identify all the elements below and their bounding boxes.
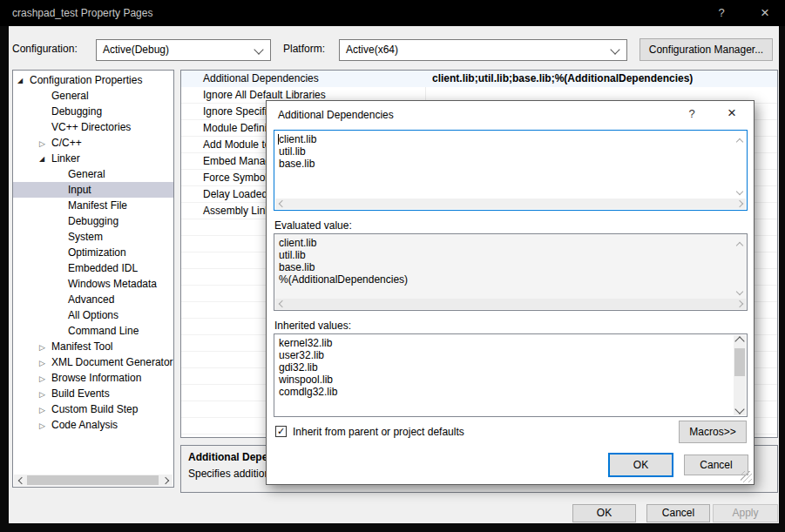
tree-item-label: C/C++ [51,137,82,149]
text-line: util.lib [279,249,408,261]
expand-icon[interactable]: ▷ [39,355,51,371]
resize-grip[interactable] [741,471,752,482]
inherited-values-box[interactable]: kernel32.libuser32.libgdi32.libwinspool.… [274,333,748,417]
tree-item[interactable]: Optimization [13,245,173,260]
window-titlebar: crashpad_test Property Pages ? × [0,0,785,26]
scroll-thumb[interactable] [27,475,159,485]
tree-item[interactable]: ◢Configuration Properties [13,72,173,88]
scroll-left-button[interactable] [16,475,27,486]
text-line: comdlg32.lib [279,386,337,398]
config-tree: ◢Configuration PropertiesGeneralDebuggin… [12,70,174,488]
dialog-ok-button[interactable]: OK [608,453,673,477]
text-line: gdi32.lib [279,361,337,374]
tree-item-label: Code Analysis [51,419,118,431]
screen: crashpad_test Property Pages ? × Configu… [0,0,785,532]
expand-icon[interactable]: ▷ [39,402,51,418]
tree-item-label: Debugging [68,215,118,227]
scroll-up-button[interactable] [734,239,745,249]
config-tree-items: ◢Configuration PropertiesGeneralDebuggin… [13,71,173,433]
scroll-down-button[interactable] [734,403,746,415]
tree-item[interactable]: Debugging [13,104,173,119]
platform-label: Platform: [283,43,325,55]
tree-item[interactable]: ▷XML Document Generator [13,354,173,370]
window-close-button[interactable]: × [748,0,782,26]
tree-item-label: Manifest Tool [51,340,112,353]
macros-button[interactable]: Macros>> [679,421,747,443]
scroll-right-button[interactable] [734,299,745,309]
ok-button[interactable]: OK [572,504,636,522]
tree-item-label: Advanced [68,293,114,306]
dialog-help-button[interactable]: ? [683,107,700,120]
dialog-cancel-button[interactable]: Cancel [684,455,748,475]
tree-item[interactable]: General [13,166,173,182]
text-line: base.lib [279,261,408,273]
platform-select[interactable]: Active(x64) [339,39,627,61]
scroll-down-button[interactable] [734,185,745,195]
tree-item[interactable]: Manifest File [13,198,173,213]
tree-item[interactable]: ▷Custom Build Step [13,401,173,417]
grid-row[interactable]: Additional Dependenciesclient.lib;util.l… [181,71,777,87]
scroll-left-button[interactable] [276,199,288,209]
expand-icon[interactable]: ▷ [39,340,51,355]
dialog-close-button[interactable]: × [722,104,741,122]
scroll-left-button[interactable] [276,299,288,309]
tree-item[interactable]: ▷C/C++ [13,135,173,151]
chevron-down-icon [254,44,263,54]
expand-icon[interactable]: ▷ [39,371,51,387]
tree-item-label: All Options [68,309,118,321]
text-line: winspool.lib [279,374,337,386]
chevron-down-icon [610,44,619,54]
tree-item[interactable]: VC++ Directories [13,119,173,135]
tree-item[interactable]: ▷Build Events [13,386,173,401]
inherited-values-label: Inherited values: [274,320,351,332]
tree-hscrollbar[interactable] [14,475,173,486]
expand-icon[interactable]: ▷ [39,418,51,434]
scroll-right-button[interactable] [734,199,745,209]
tree-item[interactable]: Command Line [13,323,173,339]
configuration-manager-button[interactable]: Configuration Manager... [640,38,773,61]
evaluated-hscrollbar[interactable] [275,299,746,309]
tree-item-label: Embedded IDL [68,262,138,274]
tree-item-label: Configuration Properties [30,74,142,86]
scroll-up-button[interactable] [734,335,746,347]
scroll-thumb[interactable] [734,348,745,376]
text-line: user32.lib [279,349,337,361]
tree-item-label: General [51,90,89,102]
scroll-down-button[interactable] [734,285,745,295]
tree-item-label: Command Line [68,325,139,337]
text-line: util.lib [279,145,316,158]
configuration-select[interactable]: Active(Debug) [96,39,271,61]
tree-item[interactable]: System [13,229,173,245]
evaluated-value-box: client.libutil.libbase.lib%(AdditionalDe… [274,233,748,311]
collapse-icon[interactable]: ◢ [39,152,51,167]
tree-item[interactable]: All Options [13,307,173,323]
expand-icon[interactable]: ▷ [39,387,51,402]
scroll-up-button[interactable] [734,135,745,145]
tree-item[interactable]: ▷Code Analysis [13,417,173,433]
tree-item-label: Browse Information [51,372,141,384]
tree-item[interactable]: Input [13,182,173,198]
dependencies-editor[interactable]: client.libutil.libbase.lib [274,130,748,211]
tree-item[interactable]: Advanced [13,292,173,307]
tree-item[interactable]: Debugging [13,213,173,229]
tree-item[interactable]: Windows Metadata [13,276,173,292]
inherited-vscrollbar[interactable] [734,335,746,415]
tree-item[interactable]: Embedded IDL [13,260,173,276]
tree-item-label: Optimization [68,246,126,259]
tree-item[interactable]: ▷Manifest Tool [13,339,173,354]
collapse-icon[interactable]: ◢ [17,73,30,89]
editor-hscrollbar[interactable] [275,199,746,209]
text-line: kernel32.lib [279,337,337,349]
grid-value-cell[interactable]: client.lib;util.lib;base.lib;%(Additiona… [432,71,693,86]
tree-item[interactable]: General [13,88,173,104]
tree-item[interactable]: ◢Linker [13,151,173,166]
tree-item-label: VC++ Directories [51,121,131,133]
scroll-right-button[interactable] [159,475,171,486]
inherit-checkbox[interactable]: ✓ [275,426,287,437]
configuration-label: Configuration: [12,43,78,55]
window-help-button[interactable]: ? [704,0,739,26]
tree-item[interactable]: ▷Browse Information [13,370,173,386]
cancel-button[interactable]: Cancel [646,504,710,522]
inherit-checkbox-label: Inherit from parent or project defaults [293,426,464,438]
expand-icon[interactable]: ▷ [39,136,51,152]
